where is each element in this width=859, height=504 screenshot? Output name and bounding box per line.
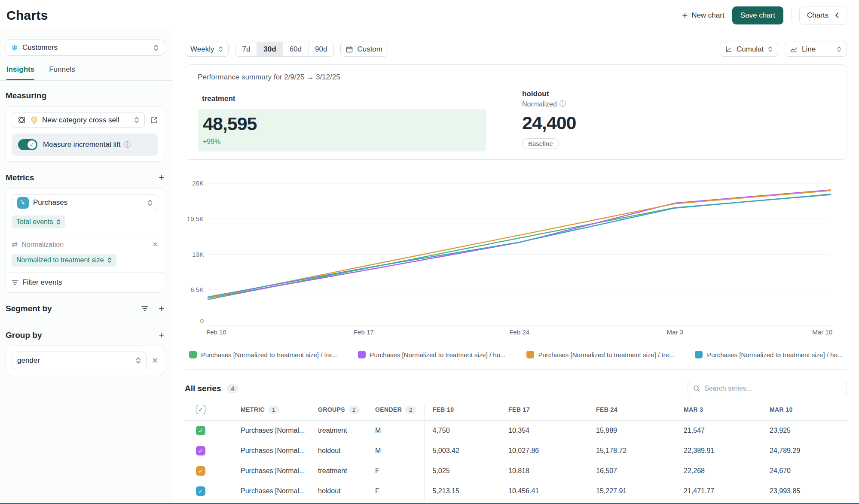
- legend-item[interactable]: Purchases [Normalized to treatment size]…: [695, 351, 843, 358]
- app-header: Charts + New chart Save chart Charts: [0, 0, 859, 30]
- group-cell: treatment: [318, 421, 375, 441]
- value-cell: 5,213.15: [424, 481, 508, 501]
- granularity-select[interactable]: Weekly: [185, 42, 229, 57]
- value-cell: 15,178.72: [596, 441, 684, 461]
- app-root: Charts + New chart Save chart Charts ❄ C…: [0, 0, 859, 504]
- search-series-input[interactable]: [704, 385, 841, 392]
- value-cell: 21,547: [684, 421, 770, 441]
- lift-toggle[interactable]: ✓: [18, 139, 37, 150]
- y-axis-tick: 6.5K: [190, 286, 204, 293]
- chart-toolbar: Weekly 7d30d60d90d Custom Cumulati...: [185, 42, 847, 57]
- experiment-row: New category cross sell: [6, 106, 164, 134]
- legend-swatch: [526, 351, 534, 358]
- custom-range-button[interactable]: Custom: [340, 42, 388, 57]
- source-select[interactable]: ❄ Customers: [6, 39, 164, 56]
- y-axis-tick: 26K: [192, 179, 204, 187]
- column-count-badge: 2: [405, 406, 416, 414]
- add-metric-button[interactable]: +: [159, 173, 164, 182]
- gender-cell: M: [375, 441, 424, 461]
- tab-funnels[interactable]: Funnels: [49, 65, 75, 80]
- group-by-select[interactable]: gender: [12, 352, 147, 369]
- value-cell: 10,354: [508, 421, 596, 441]
- column-header: MAR 10: [770, 405, 847, 421]
- measuring-heading-row: Measuring: [6, 91, 164, 100]
- range-30d[interactable]: 30d: [257, 42, 282, 56]
- value-cell: 5,025: [424, 461, 508, 481]
- value-cell: 15,989: [596, 421, 684, 441]
- gender-cell: F: [375, 481, 424, 501]
- range-90d[interactable]: 90d: [308, 42, 333, 56]
- add-group-button[interactable]: +: [159, 331, 164, 340]
- value-cell: 16,507: [596, 461, 684, 481]
- x-axis-tick: Mar 10: [812, 328, 832, 335]
- remove-group-button[interactable]: ✕: [152, 356, 158, 365]
- value-cell: 10,027.86: [508, 441, 596, 461]
- legend-item[interactable]: Purchases [Normalized to treatment size]…: [189, 351, 337, 358]
- event-click-icon: [17, 197, 29, 209]
- info-icon: ⓘ: [559, 100, 566, 109]
- baseline-badge: Baseline: [522, 138, 559, 149]
- group-by-heading-row: Group by +: [6, 331, 164, 340]
- legend-swatch: [695, 351, 703, 358]
- all-series-title: All series: [185, 384, 221, 393]
- legend-item[interactable]: Purchases [Normalized to treatment size]…: [358, 351, 506, 358]
- normalization-value: Normalized to treatment size: [16, 256, 104, 264]
- value-cell: 24,670: [770, 461, 847, 481]
- series-checkbox[interactable]: ✓: [196, 486, 205, 496]
- snowflake-icon: ❄: [11, 44, 18, 52]
- lift-toggle-row: ✓ Measure incremental lift ⓘ: [12, 134, 158, 156]
- gender-cell: F: [375, 461, 424, 481]
- filter-icon: [141, 306, 148, 312]
- external-link-icon[interactable]: [150, 116, 158, 124]
- granularity-value: Weekly: [190, 45, 214, 54]
- add-segment-button[interactable]: +: [159, 304, 164, 313]
- series-checkbox[interactable]: ✓: [196, 466, 205, 476]
- x-axis-tick: Feb 24: [509, 328, 529, 335]
- x-axis-tick: Feb 17: [354, 328, 374, 335]
- value-cell: 22,268: [684, 461, 770, 481]
- legend-label: Purchases [Normalized to treatment size]…: [707, 351, 843, 358]
- value-cell: 10,818: [508, 461, 596, 481]
- series-search: [688, 381, 847, 396]
- x-axis-tick: Feb 10: [206, 328, 226, 335]
- series-checkbox[interactable]: ✓: [196, 426, 205, 435]
- range-7d[interactable]: 7d: [235, 42, 257, 56]
- holdout-sublabel: Normalized: [522, 100, 557, 108]
- header-divider: [791, 9, 792, 22]
- remove-normalization-button[interactable]: ✕: [153, 240, 158, 249]
- segment-filter-button[interactable]: [141, 306, 148, 312]
- normalization-pill[interactable]: Normalized to treatment size: [12, 254, 116, 267]
- column-header: GROUPS2: [318, 405, 375, 421]
- legend-swatch: [358, 351, 366, 358]
- metric-card: Purchases Total events ⇄: [6, 188, 164, 293]
- metric-select[interactable]: Purchases: [12, 194, 158, 211]
- value-cell: 4,750: [424, 421, 508, 441]
- table-row: ✓Purchases [Normal...treatmentF5,02510,8…: [185, 461, 847, 481]
- tab-insights[interactable]: Insights: [6, 65, 34, 80]
- measuring-card: New category cross sell ✓ Measure increm…: [6, 106, 164, 162]
- table-row: ✓Purchases [Normal...holdoutM5,003.4210,…: [185, 441, 847, 461]
- aggregation-value: Total events: [16, 218, 53, 226]
- metrics-heading-row: Metrics +: [6, 173, 164, 182]
- new-chart-label: New chart: [691, 11, 724, 20]
- legend-item[interactable]: Purchases [Normalized to treatment size]…: [526, 351, 675, 358]
- new-chart-button[interactable]: + New chart: [682, 11, 724, 20]
- filter-events-button[interactable]: Filter events: [6, 273, 164, 292]
- aggregation-pill[interactable]: Total events: [12, 216, 65, 228]
- metric-cell: Purchases [Normal...: [241, 461, 318, 481]
- line-chart: 06.5K13K19.5K26KFeb 10Feb 17Feb 24Mar 3M…: [185, 172, 847, 335]
- value-cell: 10,456.41: [508, 481, 596, 501]
- chart-type-select[interactable]: Line: [785, 42, 847, 57]
- charts-panel-toggle[interactable]: Charts: [799, 6, 847, 25]
- range-60d[interactable]: 60d: [283, 42, 308, 56]
- page-title: Charts: [6, 8, 48, 23]
- series-checkbox[interactable]: ✓: [196, 446, 205, 455]
- select-all-checkbox[interactable]: ✓: [196, 405, 205, 414]
- treatment-label: treatment: [202, 94, 486, 103]
- save-chart-button[interactable]: Save chart: [732, 6, 783, 24]
- experiment-select[interactable]: New category cross sell: [12, 112, 145, 128]
- sidebar-tabs: Insights Funnels: [0, 65, 173, 81]
- header-actions: + New chart Save chart Charts: [682, 6, 847, 25]
- mode-select[interactable]: Cumulati...: [720, 42, 778, 57]
- group-by-heading: Group by: [6, 331, 42, 340]
